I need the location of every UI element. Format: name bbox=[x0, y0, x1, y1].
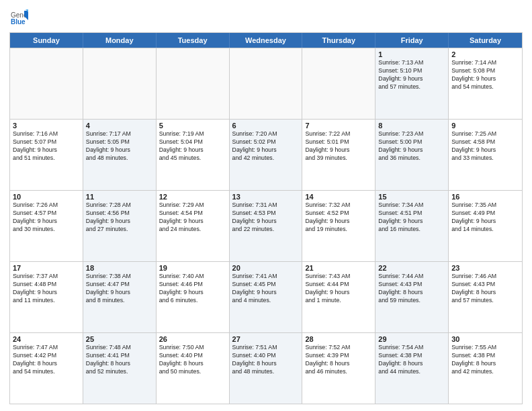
day-info: Sunrise: 7:51 AM Sunset: 4:40 PM Dayligh… bbox=[232, 344, 300, 376]
cal-cell-11: 11Sunrise: 7:28 AM Sunset: 4:56 PM Dayli… bbox=[83, 191, 157, 261]
cal-cell-28: 28Sunrise: 7:52 AM Sunset: 4:39 PM Dayli… bbox=[302, 333, 375, 404]
header-monday: Monday bbox=[83, 33, 157, 48]
calendar-body: 1Sunrise: 7:13 AM Sunset: 5:10 PM Daylig… bbox=[10, 48, 522, 404]
day-info: Sunrise: 7:47 AM Sunset: 4:42 PM Dayligh… bbox=[13, 344, 80, 376]
day-number: 14 bbox=[305, 193, 372, 201]
day-number: 5 bbox=[159, 122, 226, 130]
cal-cell-empty bbox=[302, 48, 375, 119]
week-row-2: 3Sunrise: 7:16 AM Sunset: 5:07 PM Daylig… bbox=[10, 119, 522, 190]
day-info: Sunrise: 7:40 AM Sunset: 4:46 PM Dayligh… bbox=[159, 273, 226, 305]
cal-cell-13: 13Sunrise: 7:31 AM Sunset: 4:53 PM Dayli… bbox=[230, 191, 303, 261]
cal-cell-29: 29Sunrise: 7:54 AM Sunset: 4:38 PM Dayli… bbox=[375, 333, 449, 404]
header-tuesday: Tuesday bbox=[157, 33, 230, 48]
cal-cell-23: 23Sunrise: 7:46 AM Sunset: 4:43 PM Dayli… bbox=[449, 262, 522, 332]
cal-cell-21: 21Sunrise: 7:43 AM Sunset: 4:44 PM Dayli… bbox=[302, 262, 375, 332]
day-info: Sunrise: 7:37 AM Sunset: 4:48 PM Dayligh… bbox=[13, 273, 80, 305]
day-info: Sunrise: 7:20 AM Sunset: 5:02 PM Dayligh… bbox=[232, 130, 300, 163]
cal-cell-22: 22Sunrise: 7:44 AM Sunset: 4:43 PM Dayli… bbox=[375, 262, 449, 332]
day-number: 1 bbox=[378, 50, 445, 58]
day-info: Sunrise: 7:16 AM Sunset: 5:07 PM Dayligh… bbox=[13, 130, 80, 163]
day-number: 18 bbox=[86, 264, 153, 272]
day-number: 24 bbox=[13, 335, 80, 343]
day-number: 17 bbox=[13, 264, 80, 272]
day-number: 12 bbox=[159, 193, 226, 201]
day-number: 6 bbox=[232, 122, 300, 130]
day-number: 30 bbox=[451, 335, 519, 343]
cal-cell-3: 3Sunrise: 7:16 AM Sunset: 5:07 PM Daylig… bbox=[10, 120, 83, 190]
day-number: 4 bbox=[86, 122, 153, 130]
day-info: Sunrise: 7:35 AM Sunset: 4:49 PM Dayligh… bbox=[451, 201, 519, 234]
day-info: Sunrise: 7:50 AM Sunset: 4:40 PM Dayligh… bbox=[159, 344, 226, 376]
page-header: General Blue bbox=[9, 8, 523, 27]
day-number: 19 bbox=[159, 264, 226, 272]
cal-cell-9: 9Sunrise: 7:25 AM Sunset: 4:58 PM Daylig… bbox=[449, 120, 522, 190]
day-number: 21 bbox=[305, 264, 372, 272]
day-number: 22 bbox=[378, 264, 445, 272]
day-number: 7 bbox=[305, 122, 372, 130]
week-row-4: 17Sunrise: 7:37 AM Sunset: 4:48 PM Dayli… bbox=[10, 261, 522, 332]
day-number: 27 bbox=[232, 335, 300, 343]
logo-icon: General Blue bbox=[9, 8, 28, 27]
day-info: Sunrise: 7:44 AM Sunset: 4:43 PM Dayligh… bbox=[378, 273, 445, 305]
header-saturday: Saturday bbox=[449, 33, 522, 48]
day-number: 11 bbox=[86, 193, 153, 201]
cal-cell-empty bbox=[83, 48, 157, 119]
cal-cell-1: 1Sunrise: 7:13 AM Sunset: 5:10 PM Daylig… bbox=[375, 48, 449, 119]
day-info: Sunrise: 7:17 AM Sunset: 5:05 PM Dayligh… bbox=[86, 130, 153, 163]
day-info: Sunrise: 7:41 AM Sunset: 4:45 PM Dayligh… bbox=[232, 273, 300, 305]
cal-cell-30: 30Sunrise: 7:55 AM Sunset: 4:38 PM Dayli… bbox=[449, 333, 522, 404]
day-info: Sunrise: 7:43 AM Sunset: 4:44 PM Dayligh… bbox=[305, 273, 372, 305]
day-info: Sunrise: 7:52 AM Sunset: 4:39 PM Dayligh… bbox=[305, 344, 372, 376]
cal-cell-24: 24Sunrise: 7:47 AM Sunset: 4:42 PM Dayli… bbox=[10, 333, 83, 404]
cal-cell-25: 25Sunrise: 7:48 AM Sunset: 4:41 PM Dayli… bbox=[83, 333, 157, 404]
cal-cell-15: 15Sunrise: 7:34 AM Sunset: 4:51 PM Dayli… bbox=[375, 191, 449, 261]
day-info: Sunrise: 7:34 AM Sunset: 4:51 PM Dayligh… bbox=[378, 201, 445, 234]
week-row-5: 24Sunrise: 7:47 AM Sunset: 4:42 PM Dayli… bbox=[10, 332, 522, 404]
cal-cell-16: 16Sunrise: 7:35 AM Sunset: 4:49 PM Dayli… bbox=[449, 191, 522, 261]
day-number: 23 bbox=[451, 264, 519, 272]
cal-cell-empty bbox=[230, 48, 303, 119]
calendar: SundayMondayTuesdayWednesdayThursdayFrid… bbox=[9, 32, 523, 404]
day-info: Sunrise: 7:28 AM Sunset: 4:56 PM Dayligh… bbox=[86, 201, 153, 234]
week-row-1: 1Sunrise: 7:13 AM Sunset: 5:10 PM Daylig… bbox=[10, 48, 522, 119]
cal-cell-10: 10Sunrise: 7:26 AM Sunset: 4:57 PM Dayli… bbox=[10, 191, 83, 261]
day-number: 13 bbox=[232, 193, 300, 201]
week-row-3: 10Sunrise: 7:26 AM Sunset: 4:57 PM Dayli… bbox=[10, 190, 522, 261]
header-friday: Friday bbox=[375, 33, 449, 48]
cal-cell-2: 2Sunrise: 7:14 AM Sunset: 5:08 PM Daylig… bbox=[449, 48, 522, 119]
day-number: 10 bbox=[13, 193, 80, 201]
day-number: 8 bbox=[378, 122, 445, 130]
svg-text:Blue: Blue bbox=[11, 18, 26, 26]
cal-cell-12: 12Sunrise: 7:29 AM Sunset: 4:54 PM Dayli… bbox=[157, 191, 230, 261]
header-sunday: Sunday bbox=[10, 33, 83, 48]
cal-cell-8: 8Sunrise: 7:23 AM Sunset: 5:00 PM Daylig… bbox=[375, 120, 449, 190]
cal-cell-empty bbox=[157, 48, 230, 119]
header-wednesday: Wednesday bbox=[230, 33, 303, 48]
day-number: 9 bbox=[451, 122, 519, 130]
day-info: Sunrise: 7:25 AM Sunset: 4:58 PM Dayligh… bbox=[451, 130, 519, 163]
day-number: 28 bbox=[305, 335, 372, 343]
day-info: Sunrise: 7:48 AM Sunset: 4:41 PM Dayligh… bbox=[86, 344, 153, 376]
day-info: Sunrise: 7:55 AM Sunset: 4:38 PM Dayligh… bbox=[451, 344, 519, 376]
day-number: 26 bbox=[159, 335, 226, 343]
day-info: Sunrise: 7:31 AM Sunset: 4:53 PM Dayligh… bbox=[232, 201, 300, 234]
day-info: Sunrise: 7:22 AM Sunset: 5:01 PM Dayligh… bbox=[305, 130, 372, 163]
day-number: 20 bbox=[232, 264, 300, 272]
logo: General Blue bbox=[9, 8, 31, 27]
cal-cell-14: 14Sunrise: 7:32 AM Sunset: 4:52 PM Dayli… bbox=[302, 191, 375, 261]
day-info: Sunrise: 7:38 AM Sunset: 4:47 PM Dayligh… bbox=[86, 273, 153, 305]
day-number: 2 bbox=[451, 50, 519, 58]
cal-cell-27: 27Sunrise: 7:51 AM Sunset: 4:40 PM Dayli… bbox=[230, 333, 303, 404]
calendar-header: SundayMondayTuesdayWednesdayThursdayFrid… bbox=[10, 33, 522, 48]
day-info: Sunrise: 7:54 AM Sunset: 4:38 PM Dayligh… bbox=[378, 344, 445, 376]
day-info: Sunrise: 7:26 AM Sunset: 4:57 PM Dayligh… bbox=[13, 201, 80, 234]
cal-cell-19: 19Sunrise: 7:40 AM Sunset: 4:46 PM Dayli… bbox=[157, 262, 230, 332]
day-info: Sunrise: 7:23 AM Sunset: 5:00 PM Dayligh… bbox=[378, 130, 445, 163]
cal-cell-7: 7Sunrise: 7:22 AM Sunset: 5:01 PM Daylig… bbox=[302, 120, 375, 190]
cal-cell-26: 26Sunrise: 7:50 AM Sunset: 4:40 PM Dayli… bbox=[157, 333, 230, 404]
day-info: Sunrise: 7:32 AM Sunset: 4:52 PM Dayligh… bbox=[305, 201, 372, 234]
day-number: 16 bbox=[451, 193, 519, 201]
day-info: Sunrise: 7:29 AM Sunset: 4:54 PM Dayligh… bbox=[159, 201, 226, 234]
cal-cell-5: 5Sunrise: 7:19 AM Sunset: 5:04 PM Daylig… bbox=[157, 120, 230, 190]
cal-cell-20: 20Sunrise: 7:41 AM Sunset: 4:45 PM Dayli… bbox=[230, 262, 303, 332]
